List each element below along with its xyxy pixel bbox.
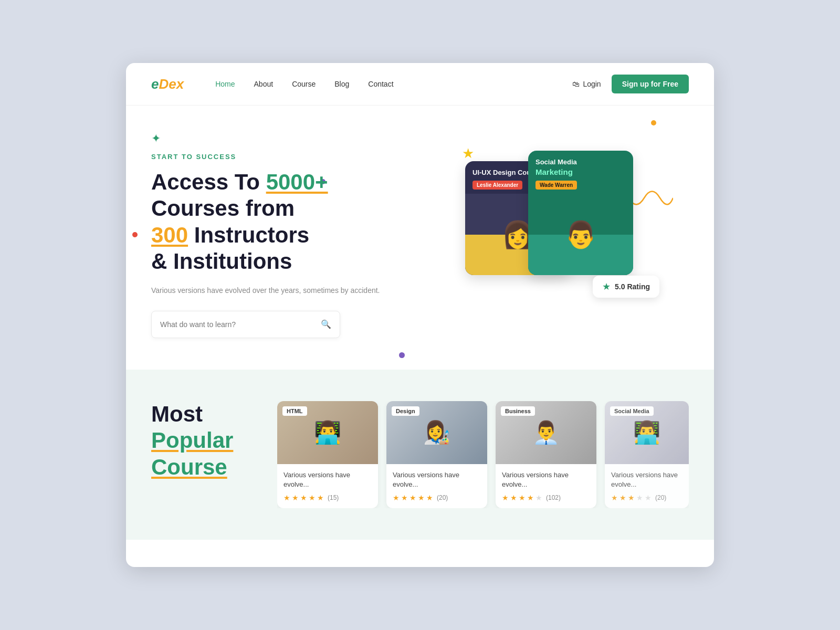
review-count-4: (20) <box>655 494 666 501</box>
course-img-1: HTML 👨‍💻 <box>277 401 378 464</box>
person-icon-right: 👨 <box>528 194 633 275</box>
cart-icon: 🛍 <box>572 80 580 88</box>
category-badge-4: Social Media <box>610 406 654 416</box>
card-left-instructor: Leslie Alexander <box>472 181 522 190</box>
course-stars-1: ★ ★ ★ ★ ★ (15) <box>284 494 372 502</box>
course-body-4: Various versions have evolve... ★ ★ ★ ★ … <box>605 464 689 508</box>
star-1-1: ★ <box>284 494 290 502</box>
review-count-2: (20) <box>437 494 448 501</box>
course-item-4[interactable]: Social Media 👨‍💻 Various versions have e… <box>605 401 689 508</box>
star-1-2: ★ <box>292 494 299 502</box>
logo[interactable]: eDex <box>151 76 184 92</box>
course-body-2: Various versions have evolve... ★ ★ ★ ★ … <box>386 464 487 508</box>
course-title-1: Various versions have evolve... <box>284 470 372 489</box>
popular-label: Most Popular Course <box>151 401 256 480</box>
hero-cards: ★ UI-UX Design Course Leslie Alexander 👩… <box>420 140 689 329</box>
popular-line3: Course <box>151 454 256 480</box>
title-highlight2: 300 <box>151 223 188 247</box>
course-item-2[interactable]: Design 👩‍🎨 Various versions have evolve.… <box>386 401 487 508</box>
course-img-3: Business 👨‍💼 <box>496 401 596 464</box>
sparkle-icon: ✦ <box>151 132 420 145</box>
search-bar: 🔍 <box>151 311 340 338</box>
hero-subtitle: Various versions have evolved over the y… <box>151 285 420 296</box>
star-2-3: ★ <box>410 494 416 502</box>
popular-heading: Most Popular Course <box>151 401 256 480</box>
card-right-title: Social MediaMarketing <box>536 158 626 177</box>
nav-course[interactable]: Course <box>292 80 316 88</box>
rating-star-icon: ★ <box>602 281 611 292</box>
hero-section: ✦ START TO SUCCESS Access To 5000+ Cours… <box>126 106 714 370</box>
star-4-3: ★ <box>628 494 635 502</box>
review-count-1: (15) <box>328 494 339 501</box>
course-item-1[interactable]: HTML 👨‍💻 Various versions have evolve...… <box>277 401 378 508</box>
star-3-2: ★ <box>510 494 517 502</box>
star-2-2: ★ <box>401 494 408 502</box>
courses-grid: HTML 👨‍💻 Various versions have evolve...… <box>277 401 689 508</box>
card-right-instructor: Wade Warren <box>536 181 577 190</box>
title-prefix: Access To <box>151 170 266 194</box>
rating-score: 5.0 Rating <box>615 282 650 291</box>
star-3-5: ★ <box>536 494 542 502</box>
title-highlight1: 5000+ <box>266 170 328 194</box>
star-3-4: ★ <box>527 494 534 502</box>
star-4-2: ★ <box>620 494 626 502</box>
course-body-3: Various versions have evolve... ★ ★ ★ ★ … <box>496 464 596 508</box>
popular-line1: Most <box>151 401 256 427</box>
logo-e: e <box>151 76 159 92</box>
login-button[interactable]: 🛍 Login <box>572 80 601 88</box>
popular-line2: Popular <box>151 427 256 454</box>
decorative-dot-purple-bottom <box>399 352 405 358</box>
decorative-dot-red-left <box>132 232 138 237</box>
course-img-4: Social Media 👨‍💻 <box>605 401 689 464</box>
course-stars-2: ★ ★ ★ ★ ★ (20) <box>393 494 481 502</box>
nav-about[interactable]: About <box>254 80 274 88</box>
course-item-3[interactable]: Business 👨‍💼 Various versions have evolv… <box>496 401 596 508</box>
popular-section: Most Popular Course HTML 👨‍💻 Various ver… <box>126 370 714 540</box>
nav-links: Home About Course Blog Contact <box>215 80 572 88</box>
decorative-dot-orange-top <box>651 120 656 125</box>
star-4-1: ★ <box>611 494 618 502</box>
signup-button[interactable]: Sign up for Free <box>612 75 689 93</box>
star-decoration: ★ <box>462 145 474 162</box>
course-title-4: Various versions have evolve... <box>611 470 682 489</box>
star-4-4: ★ <box>636 494 643 502</box>
course-body-1: Various versions have evolve... ★ ★ ★ ★ … <box>277 464 378 508</box>
star-1-5: ★ <box>317 494 324 502</box>
card-right-image: 👨 <box>528 194 633 275</box>
star-2-1: ★ <box>393 494 400 502</box>
navbar: eDex Home About Course Blog Contact 🛍 Lo… <box>126 63 714 106</box>
hero-tag: START TO SUCCESS <box>151 153 420 161</box>
star-2-4: ★ <box>418 494 425 502</box>
star-2-5: ★ <box>426 494 433 502</box>
course-card-social[interactable]: Social MediaMarketing Wade Warren 👨 <box>528 151 633 275</box>
course-cards-wrapper: UI-UX Design Course Leslie Alexander 👩 S… <box>465 151 644 319</box>
nav-contact[interactable]: Contact <box>368 80 393 88</box>
star-3-1: ★ <box>502 494 509 502</box>
star-3-3: ★ <box>519 494 526 502</box>
course-stars-3: ★ ★ ★ ★ ★ (102) <box>502 494 590 502</box>
card-right-header: Social MediaMarketing Wade Warren <box>528 151 633 194</box>
review-count-3: (102) <box>546 494 561 501</box>
category-badge-2: Design <box>392 406 419 416</box>
course-title-2: Various versions have evolve... <box>393 470 481 489</box>
hero-content: ✦ START TO SUCCESS Access To 5000+ Cours… <box>151 132 420 338</box>
nav-blog[interactable]: Blog <box>334 80 349 88</box>
search-icon[interactable]: 🔍 <box>321 319 331 329</box>
hero-title: Access To 5000+ Courses from 300 Instruc… <box>151 169 420 275</box>
nav-right: 🛍 Login Sign up for Free <box>572 75 689 93</box>
browser-window: eDex Home About Course Blog Contact 🛍 Lo… <box>126 63 714 567</box>
course-img-2: Design 👩‍🎨 <box>386 401 487 464</box>
rating-badge: ★ 5.0 Rating <box>593 276 659 298</box>
course-title-3: Various versions have evolve... <box>502 470 590 489</box>
logo-dex: Dex <box>159 76 184 92</box>
title-mid: Courses from <box>151 196 295 220</box>
login-label: Login <box>583 80 601 88</box>
nav-home[interactable]: Home <box>215 80 235 88</box>
course-stars-4: ★ ★ ★ ★ ★ (20) <box>611 494 682 502</box>
star-4-5: ★ <box>645 494 652 502</box>
card-right-marketing: Marketing <box>536 167 573 176</box>
category-badge-1: HTML <box>282 406 307 416</box>
star-1-3: ★ <box>300 494 307 502</box>
search-input[interactable] <box>160 320 321 329</box>
category-badge-3: Business <box>501 406 535 416</box>
